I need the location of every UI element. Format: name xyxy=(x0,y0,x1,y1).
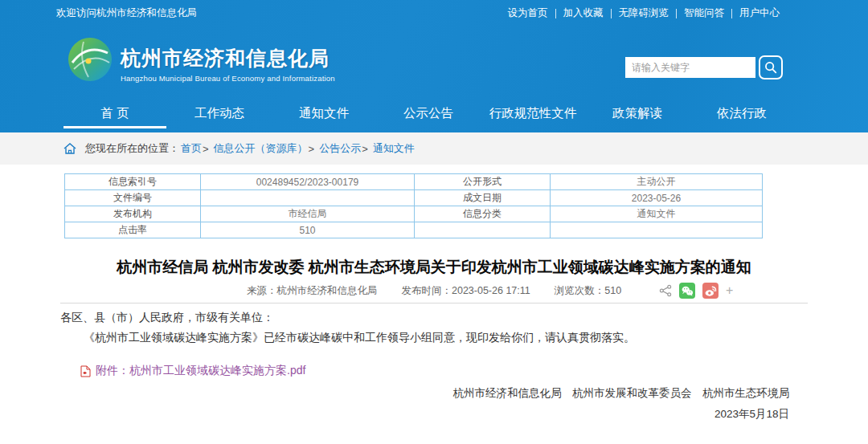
share-toolbar: + xyxy=(659,283,733,299)
info-label-disclosure-form: 公开形式 xyxy=(415,174,551,190)
nav-item-work-news[interactable]: 工作动态 xyxy=(167,96,272,132)
topbar-link-favorites[interactable]: 加入收藏 xyxy=(563,6,604,20)
topbar-link-user-center[interactable]: 用户中心 xyxy=(739,6,780,20)
weibo-icon[interactable] xyxy=(702,283,719,299)
nav-item-notices[interactable]: 通知文件 xyxy=(272,96,376,132)
article-salutation: 各区、县（市）人民政府，市级有关单位： xyxy=(60,311,274,325)
info-value-date-written: 2023-05-26 xyxy=(551,190,763,206)
pdf-file-icon xyxy=(80,365,91,377)
site-header: 欢迎访问杭州市经济和信息化局 设为首页 加入收藏 无障碍浏览 智能问答 用户中心 xyxy=(0,0,868,132)
meta-publish-time: 发布时间：2023-05-26 17:11 xyxy=(402,281,530,300)
article-meta: 来源：杭州市经济和信息化局 发布时间：2023-05-26 17:11 浏览次数… xyxy=(0,281,868,300)
document-date: 2023年5月18日 xyxy=(714,407,789,422)
share-nodes-icon[interactable] xyxy=(659,284,672,297)
info-label-doc-number: 文件编号 xyxy=(65,190,201,206)
attachment-link[interactable]: 附件：杭州市工业领域碳达峰实施方案.pdf xyxy=(80,364,305,378)
bureau-globe-logo[interactable] xyxy=(68,37,113,82)
nav-item-law-based-admin[interactable]: 依法行政 xyxy=(690,96,794,132)
info-label-date-written: 成文日期 xyxy=(415,190,551,206)
wechat-icon[interactable] xyxy=(679,283,695,299)
info-label-index-number: 信息索引号 xyxy=(65,174,201,190)
search-input[interactable] xyxy=(625,57,755,78)
house-icon xyxy=(63,142,77,155)
breadcrumb: 您现在所在的位置： 首页 > 信息公开（资源库） > 公告公示 > 通知文件 xyxy=(0,132,868,165)
nav-item-policy-interpretation[interactable]: 政策解读 xyxy=(585,96,690,132)
article-meta-text: 来源：杭州市经济和信息化局 发布时间：2023-05-26 17:11 浏览次数… xyxy=(247,281,621,300)
page-title: 杭州市经信局 杭州市发改委 杭州市生态环境局关于印发杭州市工业领域碳达峰实施方案… xyxy=(32,257,836,278)
meta-view-count: 浏览次数：510 xyxy=(555,281,621,300)
table-row: 信息索引号 002489452/2023-00179 公开形式 主动公开 xyxy=(65,174,763,190)
breadcrumb-separator: > xyxy=(203,143,209,155)
divider xyxy=(611,9,612,18)
document-info-table: 信息索引号 002489452/2023-00179 公开形式 主动公开 文件编… xyxy=(64,173,763,238)
content-divider xyxy=(60,303,808,303)
info-value-disclosure-form: 主动公开 xyxy=(551,174,763,190)
breadcrumb-link-info-disclosure[interactable]: 信息公开（资源库） xyxy=(214,141,308,156)
info-value-info-category: 通知文件 xyxy=(551,206,763,222)
welcome-text: 欢迎访问杭州市经济和信息化局 xyxy=(56,6,197,20)
plus-icon[interactable]: + xyxy=(726,283,733,299)
breadcrumb-link-announcements[interactable]: 公告公示 xyxy=(319,141,361,156)
table-row: 文件编号 成文日期 2023-05-26 xyxy=(65,190,763,206)
topbar-link-accessibility[interactable]: 无障碍浏览 xyxy=(619,6,669,20)
site-branding: 杭州市经济和信息化局 Hangzhou Municipal Bureau of … xyxy=(121,45,335,83)
info-label-info-category: 信息分类 xyxy=(415,206,551,222)
topbar-link-set-home[interactable]: 设为首页 xyxy=(508,6,548,20)
info-label-issuing-agency: 发布机构 xyxy=(65,206,201,222)
divider xyxy=(555,9,556,18)
info-value-click-rate: 510 xyxy=(201,222,415,238)
breadcrumb-link-notices[interactable]: 通知文件 xyxy=(373,141,415,156)
nav-item-normative-docs[interactable]: 行政规范性文件 xyxy=(481,96,585,132)
topbar-link-smart-qa[interactable]: 智能问答 xyxy=(684,6,724,20)
magnifier-icon xyxy=(764,60,778,75)
page: 欢迎访问杭州市经济和信息化局 设为首页 加入收藏 无障碍浏览 智能问答 用户中心 xyxy=(0,0,868,444)
breadcrumb-prefix: 您现在所在的位置： xyxy=(85,141,179,156)
site-search xyxy=(625,55,783,79)
table-row: 点击率 510 xyxy=(65,222,763,238)
info-value-doc-number xyxy=(201,190,415,206)
main-nav: 首 页 工作动态 通知文件 公示公告 行政规范性文件 政策解读 依法行政 xyxy=(63,96,794,132)
article-paragraph: 《杭州市工业领域碳达峰实施方案》已经市碳达峰碳中和工作领导小组同意，现印发给你们… xyxy=(84,331,635,345)
divider xyxy=(731,9,732,18)
nav-item-announcements[interactable]: 公示公告 xyxy=(376,96,481,132)
table-row: 发布机构 市经信局 信息分类 通知文件 xyxy=(65,206,763,222)
site-subtitle: Hangzhou Municipal Bureau of Economy and… xyxy=(121,74,335,83)
topbar: 欢迎访问杭州市经济和信息化局 设为首页 加入收藏 无障碍浏览 智能问答 用户中心 xyxy=(0,0,868,26)
breadcrumb-separator: > xyxy=(362,143,368,155)
info-label-click-rate: 点击率 xyxy=(65,222,201,238)
issuing-agencies: 杭州市经济和信息化局 杭州市发展和改革委员会 杭州市生态环境局 xyxy=(453,386,790,401)
site-title: 杭州市经济和信息化局 xyxy=(121,45,335,71)
breadcrumb-separator: > xyxy=(309,143,315,155)
nav-item-home[interactable]: 首 页 xyxy=(63,96,167,132)
breadcrumb-link-home[interactable]: 首页 xyxy=(181,141,202,156)
topbar-links: 设为首页 加入收藏 无障碍浏览 智能问答 用户中心 xyxy=(508,6,780,20)
info-value-issuing-agency: 市经信局 xyxy=(201,206,415,222)
attachment-label: 附件：杭州市工业领域碳达峰实施方案.pdf xyxy=(96,364,305,378)
divider xyxy=(676,9,677,18)
info-value-index-number: 002489452/2023-00179 xyxy=(201,174,415,190)
info-value-empty xyxy=(551,222,763,238)
search-button[interactable] xyxy=(759,55,783,79)
info-label-empty xyxy=(415,222,551,238)
meta-source: 来源：杭州市经济和信息化局 xyxy=(247,281,378,300)
